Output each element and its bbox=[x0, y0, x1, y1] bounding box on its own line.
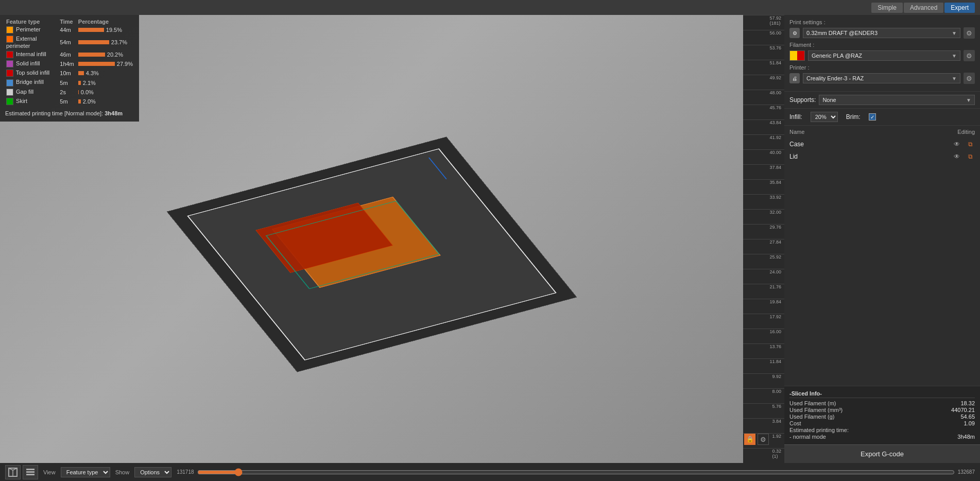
slider-right-val: 132687 bbox=[958, 469, 975, 475]
sliced-info-row: Cost1.09 bbox=[789, 420, 975, 426]
object-visibility-icon[interactable]: 👁 bbox=[952, 152, 961, 161]
est-time-value: 3h48m bbox=[105, 110, 123, 116]
legend-feature-cell: Internal infill bbox=[4, 50, 58, 59]
feature-pct: 0.0% bbox=[81, 89, 94, 95]
ruler-tick: 49.92 bbox=[743, 75, 784, 90]
sliced-value: 18.32 bbox=[960, 400, 975, 406]
sliced-label: - normal mode bbox=[789, 434, 826, 440]
feature-bar bbox=[78, 62, 115, 66]
sliced-row: Estimated printing time: bbox=[789, 427, 975, 433]
ruler-tick: 25.92 bbox=[743, 254, 784, 269]
view-layers-button[interactable] bbox=[23, 465, 38, 479]
ruler-lock-icon[interactable]: 🔒 bbox=[744, 434, 755, 445]
show-label: Show bbox=[115, 469, 130, 475]
ruler-tick: 13.76 bbox=[743, 343, 784, 358]
feature-color-swatch bbox=[6, 60, 13, 67]
printer-dropdown[interactable]: Creality Ender-3 - RAZ ▼ bbox=[803, 73, 960, 83]
object-edit-icon[interactable]: ⧉ bbox=[966, 140, 975, 149]
options-select[interactable]: Options bbox=[134, 467, 171, 477]
legend-feature-cell: Top solid infill bbox=[4, 68, 58, 78]
bottom-bar: View Feature type Show Options 131718 13… bbox=[0, 463, 980, 481]
supports-value: None bbox=[822, 97, 836, 103]
feature-color-swatch bbox=[6, 89, 13, 96]
sliced-value: 54.65 bbox=[960, 414, 975, 420]
sliced-info-row: Used Filament (m)18.32 bbox=[789, 400, 975, 406]
ruler-tick: 24.00 bbox=[743, 269, 784, 284]
legend-pct-cell: 19.5% bbox=[76, 25, 135, 35]
infill-select[interactable]: 20% bbox=[811, 112, 838, 122]
object-name: Case bbox=[789, 141, 950, 148]
legend-col-feature: Feature type bbox=[4, 18, 58, 25]
legend-feature-cell: Gap fill bbox=[4, 88, 58, 97]
legend-time-cell: 10m bbox=[58, 68, 76, 78]
feature-name: Internal infill bbox=[16, 51, 46, 57]
feature-bar bbox=[78, 90, 79, 94]
feature-bar bbox=[78, 81, 81, 85]
tab-advanced[interactable]: Advanced bbox=[904, 3, 943, 13]
sliced-label: Used Filament (m) bbox=[789, 400, 836, 406]
legend-feature-cell: Solid infill bbox=[4, 59, 58, 68]
legend-pct-cell: 0.0% bbox=[76, 88, 135, 97]
ruler-tick: 37.84 bbox=[743, 164, 784, 179]
print-profile-dropdown[interactable]: 0.32mm DRAFT @ENDER3 ▼ bbox=[803, 28, 960, 38]
ruler-settings-icon[interactable]: ⚙ bbox=[758, 434, 769, 445]
height-ruler: 57.92 (181)56.0053.7651.8449.9248.0045.7… bbox=[743, 15, 784, 463]
sliced-info-row: Used Filament (g)54.65 bbox=[789, 414, 975, 420]
feature-color-swatch bbox=[6, 51, 13, 58]
brim-checkbox[interactable]: ✓ bbox=[869, 113, 876, 121]
supports-label: Supports: bbox=[789, 96, 816, 104]
ruler-tick: 45.76 bbox=[743, 105, 784, 119]
legend-pct-cell: 23.7% bbox=[76, 35, 135, 50]
export-gcode-button[interactable]: Export G-code bbox=[784, 444, 980, 463]
object-edit-icon[interactable]: ⧉ bbox=[966, 152, 975, 161]
filament-dropdown[interactable]: Generic PLA @RAZ ▼ bbox=[808, 50, 960, 61]
feature-color-swatch bbox=[6, 70, 13, 77]
objects-section: Name Editing Case 👁 ⧉ Lid 👁 ⧉ bbox=[784, 126, 980, 386]
legend-col-time: Time bbox=[58, 18, 76, 25]
bed-visualization bbox=[166, 136, 577, 372]
object-name: Lid bbox=[789, 153, 950, 160]
legend-row: Perimeter 44m 19.5% bbox=[4, 25, 135, 35]
tab-simple[interactable]: Simple bbox=[871, 3, 903, 13]
svg-rect-2 bbox=[26, 471, 35, 473]
object-visibility-icon[interactable]: 👁 bbox=[952, 140, 961, 149]
right-panel: Print settings : ⚙ 0.32mm DRAFT @ENDER3 … bbox=[784, 15, 980, 463]
ruler-tick: 51.84 bbox=[743, 60, 784, 75]
brim-label: Brim: bbox=[846, 113, 861, 121]
printer-gear[interactable]: ⚙ bbox=[964, 73, 975, 84]
legend-col-pct: Percentage bbox=[76, 18, 135, 25]
feature-pct: 2.0% bbox=[83, 98, 96, 105]
objects-list: Case 👁 ⧉ Lid 👁 ⧉ bbox=[789, 138, 975, 163]
layer-slider[interactable] bbox=[197, 468, 955, 476]
legend-row: Top solid infill 10m 4.3% bbox=[4, 68, 135, 78]
legend-row: Internal infill 46m 20.2% bbox=[4, 50, 135, 59]
supports-dropdown[interactable]: None ▼ bbox=[819, 95, 975, 105]
ruler-tick: 17.92 bbox=[743, 314, 784, 329]
ruler-tick: 57.92 (181) bbox=[743, 15, 784, 30]
printer-row: 🖨 Creality Ender-3 - RAZ ▼ ⚙ bbox=[789, 73, 975, 84]
print-profile-icon: ⚙ bbox=[789, 28, 800, 38]
feature-color-swatch bbox=[6, 79, 13, 87]
infill-brim-row: Infill: 20% Brim: ✓ bbox=[784, 109, 980, 126]
tab-expert[interactable]: Expert bbox=[944, 3, 975, 13]
objects-header: Name Editing bbox=[789, 129, 975, 135]
filament-gear[interactable]: ⚙ bbox=[964, 50, 975, 61]
feature-type-select[interactable]: Feature type bbox=[61, 467, 110, 477]
legend-time-cell: 2s bbox=[58, 88, 76, 97]
ruler-tick: 32.00 bbox=[743, 209, 784, 224]
legend-time-cell: 1h4m bbox=[58, 59, 76, 68]
feature-name: Gap fill bbox=[16, 89, 33, 95]
filament-row: Generic PLA @RAZ ▼ ⚙ bbox=[789, 50, 975, 61]
feature-bar bbox=[78, 53, 105, 57]
sliced-info-row: - normal mode3h48m bbox=[789, 434, 975, 440]
printer-icon: 🖨 bbox=[789, 73, 800, 83]
sliced-value: 1.09 bbox=[964, 420, 975, 426]
svg-rect-3 bbox=[26, 474, 35, 475]
sliced-value: 3h48m bbox=[957, 434, 975, 440]
est-time-label: Estimated printing time [Normal mode]: bbox=[5, 110, 103, 116]
estimated-time: Estimated printing time [Normal mode]: 3… bbox=[4, 108, 135, 118]
feature-pct: 20.2% bbox=[107, 51, 123, 58]
print-profile-gear[interactable]: ⚙ bbox=[964, 27, 975, 39]
view-3d-button[interactable] bbox=[5, 465, 21, 479]
feature-name: Perimeter bbox=[16, 26, 41, 32]
